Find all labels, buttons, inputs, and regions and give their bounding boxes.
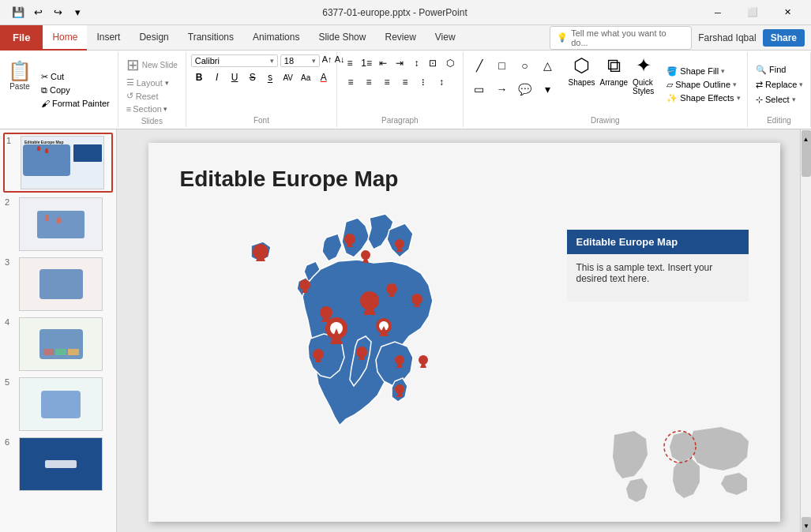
slide-preview-6[interactable] [19, 437, 103, 491]
convert-smartart-button[interactable]: ⬡ [442, 54, 458, 72]
strikethrough-button[interactable]: S [244, 69, 261, 86]
undo-qat-btn[interactable]: ↩ [29, 4, 47, 21]
tab-file[interactable]: File [0, 25, 43, 51]
char-spacing-button[interactable]: AV [280, 69, 296, 86]
increase-font-btn[interactable]: A↑ [322, 54, 332, 67]
font-name-selector[interactable]: Calibri▾ [191, 54, 278, 67]
europe-map-svg [188, 206, 488, 490]
slide-preview-1[interactable]: Editable Europe Map [21, 136, 104, 189]
new-slide-button[interactable]: ⊞ New Slide [123, 54, 181, 75]
bullets-button[interactable]: ≡ [342, 54, 358, 72]
window-title: 6377-01-europe.pptx - PowerPoint [89, 7, 700, 18]
change-case-button[interactable]: Aa [298, 69, 314, 86]
align-right-button[interactable]: ≡ [378, 73, 396, 91]
tell-me-box[interactable]: 💡 Tell me what you want to do... [550, 26, 692, 50]
shape-callout[interactable]: 💬 [514, 78, 536, 100]
justify-button[interactable]: ≡ [396, 73, 414, 91]
shape-outline-button[interactable]: ▱ Shape Outline ▾ [663, 79, 743, 91]
tab-slideshow[interactable]: Slide Show [309, 25, 375, 51]
decrease-indent-button[interactable]: ⇤ [375, 54, 391, 72]
slide-thumbnail-1[interactable]: 1 Editable Europe Map [3, 133, 113, 193]
layout-button[interactable]: ☰ Layout ▾ [123, 77, 181, 88]
slide-preview-3[interactable] [19, 257, 103, 311]
reset-button[interactable]: ↺ Reset [123, 90, 181, 102]
slide-thumbnail-3[interactable]: 3 [3, 256, 113, 313]
ribbon: File Home Insert Design Transitions Anim… [0, 25, 811, 129]
find-button[interactable]: 🔍 Find [753, 63, 805, 77]
shapes-more-btn[interactable]: ▾ [537, 78, 559, 100]
slide-preview-2[interactable] [19, 197, 103, 251]
cut-button[interactable]: ✂ Cut [38, 71, 113, 83]
tab-animations[interactable]: Animations [243, 25, 309, 51]
minimize-btn[interactable]: ─ [700, 0, 735, 25]
ribbon-right: 💡 Tell me what you want to do... Farshad… [550, 26, 811, 50]
share-button[interactable]: Share [763, 29, 805, 47]
line-spacing-button[interactable]: ↕ [433, 73, 450, 91]
info-box: Editable Europe Map This is a sample tex… [567, 230, 749, 302]
quick-styles-btn[interactable]: ✦ [636, 54, 651, 77]
quick-styles-label: Quick Styles [633, 78, 654, 96]
slide-preview-5[interactable] [19, 377, 103, 431]
font-color-button[interactable]: A [316, 69, 332, 86]
shape-arrow[interactable]: → [491, 78, 513, 100]
tab-review[interactable]: Review [375, 25, 425, 51]
shape-rect[interactable]: □ [491, 54, 513, 77]
info-box-body: This is a sample text. Insert your desir… [567, 254, 749, 302]
italic-button[interactable]: I [208, 69, 225, 86]
save-qat-btn[interactable]: 💾 [9, 4, 27, 21]
shadow-button[interactable]: s̲ [262, 69, 279, 86]
tab-view[interactable]: View [426, 25, 465, 51]
world-map-svg [606, 419, 764, 506]
slide-canvas[interactable]: Editable Europe Map [148, 143, 780, 522]
slide-thumbnail-6[interactable]: 6 [3, 436, 113, 493]
scrollbar-thumb[interactable] [802, 145, 811, 177]
slide-thumbnail-2[interactable]: 2 [3, 196, 113, 253]
clipboard-group: 📋Paste ✂ Cut ⧉ Copy 🖌 Format Painter Cli… [0, 52, 118, 127]
tab-transitions[interactable]: Transitions [178, 25, 243, 51]
format-painter-button[interactable]: 🖌 Format Painter [38, 98, 113, 109]
tab-design[interactable]: Design [130, 25, 178, 51]
close-btn[interactable]: ✕ [770, 0, 805, 25]
slides-label: Slides [122, 117, 182, 127]
shape-oval[interactable]: ○ [514, 54, 536, 77]
window-controls: ─ ⬜ ✕ [700, 0, 805, 25]
restore-btn[interactable]: ⬜ [735, 0, 770, 25]
shape-line[interactable]: ╱ [468, 54, 490, 77]
numbering-button[interactable]: 1≡ [359, 54, 374, 72]
font-size-selector[interactable]: 18▾ [280, 54, 320, 67]
select-button[interactable]: ⊹ Select ▾ [753, 93, 805, 107]
align-text-button[interactable]: ⊡ [425, 54, 441, 72]
arrange-btn[interactable]: ⧉ [607, 54, 621, 77]
section-button[interactable]: ≡ Section ▾ [123, 103, 181, 114]
shapes-gallery-btn[interactable]: ⬡ [573, 54, 590, 77]
user-name: Farshad Iqbal [698, 32, 756, 43]
arrange-label: Arrange [600, 78, 629, 87]
slide-thumbnail-4[interactable]: 4 [3, 316, 113, 373]
shape-fill-button[interactable]: 🪣 Shape Fill ▾ [663, 66, 743, 77]
lightbulb-icon: 💡 [557, 32, 568, 43]
text-direction-button[interactable]: ↕ [408, 54, 424, 72]
shape-more[interactable]: ▭ [468, 78, 490, 100]
columns-button[interactable]: ⫶ [415, 73, 432, 91]
vertical-scrollbar[interactable]: ▲ ▼ [800, 129, 811, 532]
tab-insert[interactable]: Insert [87, 25, 130, 51]
font-label: Font [191, 114, 332, 125]
main-area: 1 Editable Europe Map 2 [0, 129, 811, 532]
slide-panel: 1 Editable Europe Map 2 [0, 129, 117, 532]
paste-button[interactable]: 📋Paste [5, 55, 35, 95]
underline-button[interactable]: U [227, 69, 243, 86]
slide-thumbnail-5[interactable]: 5 [3, 376, 113, 433]
canvas-area: Editable Europe Map [117, 129, 811, 532]
shape-triangle[interactable]: △ [537, 54, 559, 77]
shape-effects-button[interactable]: ✨ Shape Effects ▾ [663, 92, 743, 104]
redo-qat-btn[interactable]: ↪ [49, 4, 66, 21]
increase-indent-button[interactable]: ⇥ [392, 54, 407, 72]
bold-button[interactable]: B [191, 69, 208, 86]
replace-button[interactable]: ⇄ Replace ▾ [753, 78, 805, 92]
tab-home[interactable]: Home [43, 25, 87, 51]
slide-preview-4[interactable] [19, 317, 103, 371]
copy-button[interactable]: ⧉ Copy [38, 84, 113, 96]
customize-qat-btn[interactable]: ▾ [69, 4, 86, 21]
center-button[interactable]: ≡ [360, 73, 377, 91]
align-left-button[interactable]: ≡ [342, 73, 359, 91]
